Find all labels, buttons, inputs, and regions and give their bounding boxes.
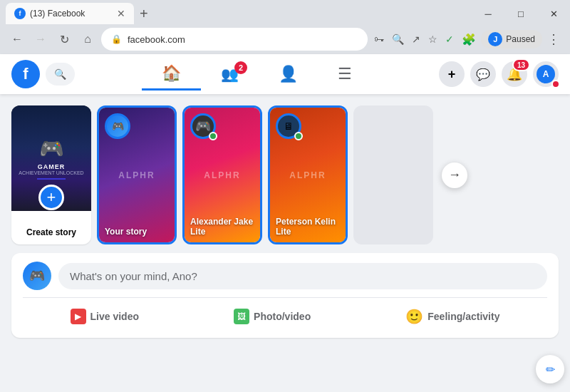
story-name-your: Your story	[105, 227, 169, 237]
fb-nav-groups[interactable]: 👤	[259, 58, 318, 91]
tab-title: (13) Facebook	[30, 9, 113, 19]
tab-favicon: f	[14, 8, 26, 19]
bookmark-icon[interactable]: ☆	[425, 31, 440, 48]
address-bar[interactable]: 🔒 facebook.com	[101, 28, 368, 51]
home-button[interactable]: ⌂	[78, 29, 98, 49]
profile-status: Paused	[506, 34, 535, 44]
notifications-badge: 13	[512, 58, 530, 71]
notifications-button[interactable]: 🔔 13	[502, 61, 527, 87]
story-empty-slot	[353, 105, 433, 244]
story-name-peterson: Peterson Kelin Lite	[276, 217, 340, 237]
create-story-plus: +	[38, 185, 64, 210]
online-dot-1	[209, 132, 217, 140]
plus-button[interactable]: +	[439, 61, 465, 87]
close-tab-icon[interactable]: ✕	[117, 8, 125, 19]
live-video-label: Live video	[90, 311, 139, 322]
refresh-button[interactable]: ↻	[54, 29, 74, 49]
create-story-card[interactable]: 🎮 GAMER ACHIEVEMENT UNLOCKED + Create st…	[11, 105, 91, 244]
new-tab-button[interactable]: +	[140, 6, 148, 21]
profile-button[interactable]: J Paused	[481, 30, 542, 48]
fb-nav-home[interactable]: 🏠	[142, 58, 201, 91]
feeling-activity-label: Feeling/activity	[428, 311, 499, 322]
minimize-button[interactable]: ─	[472, 3, 504, 24]
maximize-button[interactable]: □	[504, 3, 537, 24]
feeling-activity-button[interactable]: 🙂 Feeling/activity	[397, 304, 508, 329]
back-button[interactable]: ←	[7, 29, 27, 49]
fb-main-content: 🎮 GAMER ACHIEVEMENT UNLOCKED + Create st…	[0, 94, 570, 392]
story-brand-2: ALPHR	[204, 170, 240, 180]
lock-icon: 🔒	[111, 34, 122, 44]
story-alexander[interactable]: 🎮 ALPHR Alexander Jake Lite	[182, 105, 262, 244]
profile-avatar-small: J	[488, 32, 502, 46]
user-avatar: 🎮	[23, 262, 51, 290]
floating-edit-button[interactable]: ✏	[536, 355, 564, 383]
post-box: 🎮 What's on your mind, Ano? ▶ Live video…	[11, 253, 559, 338]
fb-header: f 🔍 🏠 👥 2 👤 ☰ + 💬 🔔 13	[0, 54, 570, 94]
create-story-label: Create story	[26, 227, 76, 237]
url-text: facebook.com	[128, 34, 185, 45]
messenger-button[interactable]: 💬	[470, 61, 496, 87]
key-icon[interactable]: 🗝	[371, 31, 387, 48]
story-brand-3: ALPHR	[289, 170, 326, 180]
close-button[interactable]: ✕	[537, 3, 570, 24]
fb-nav-menu[interactable]: ☰	[318, 58, 372, 91]
search-magnifier-icon: 🔍	[54, 68, 66, 80]
facebook-app: f 🔍 🏠 👥 2 👤 ☰ + 💬 🔔 13	[0, 54, 570, 392]
fb-search-box[interactable]: 🔍	[46, 63, 75, 86]
story-avatar-your: 🎮	[105, 113, 130, 139]
extensions-icon[interactable]: 🧩	[459, 30, 479, 49]
photo-video-icon: 🖼	[234, 309, 249, 324]
live-video-button[interactable]: ▶ Live video	[62, 304, 147, 329]
photo-video-button[interactable]: 🖼 Photo/video	[225, 304, 319, 329]
story-peterson[interactable]: 🖥 ALPHR Peterson Kelin Lite	[268, 105, 348, 244]
menu-icon[interactable]: ⋮	[544, 29, 563, 50]
browser-tab[interactable]: f (13) Facebook ✕	[6, 3, 134, 24]
fb-logo: f	[11, 60, 40, 88]
live-video-icon: ▶	[71, 309, 86, 324]
window-controls: ─ □ ✕	[472, 3, 570, 24]
forward-button[interactable]: →	[31, 29, 51, 49]
stories-next-button[interactable]: →	[442, 163, 467, 188]
fb-nav-friends[interactable]: 👥 2	[201, 58, 259, 91]
online-dot-2	[294, 132, 303, 140]
fb-nav: 🏠 👥 2 👤 ☰	[75, 58, 439, 91]
story-name-alexander: Alexander Jake Lite	[190, 217, 254, 237]
fb-action-buttons: + 💬 🔔 13 A	[439, 61, 559, 87]
search-icon[interactable]: 🔍	[389, 31, 407, 48]
story-brand-1: ALPHR	[118, 170, 155, 180]
account-button[interactable]: A	[533, 61, 559, 87]
story-your-story[interactable]: 🎮 ALPHR Your story	[97, 105, 177, 244]
friend-requests-badge: 2	[234, 61, 247, 74]
post-input-field[interactable]: What's on your mind, Ano?	[58, 263, 547, 289]
stories-row: 🎮 GAMER ACHIEVEMENT UNLOCKED + Create st…	[11, 105, 559, 244]
verified-icon[interactable]: ✓	[442, 31, 457, 48]
photo-video-label: Photo/video	[254, 311, 311, 322]
share-icon[interactable]: ↗	[409, 31, 423, 48]
feeling-icon: 🙂	[405, 308, 423, 325]
browser-window: f (13) Facebook ✕ + ─ □ ✕ ← → ↻ ⌂ 🔒 face…	[0, 0, 570, 392]
